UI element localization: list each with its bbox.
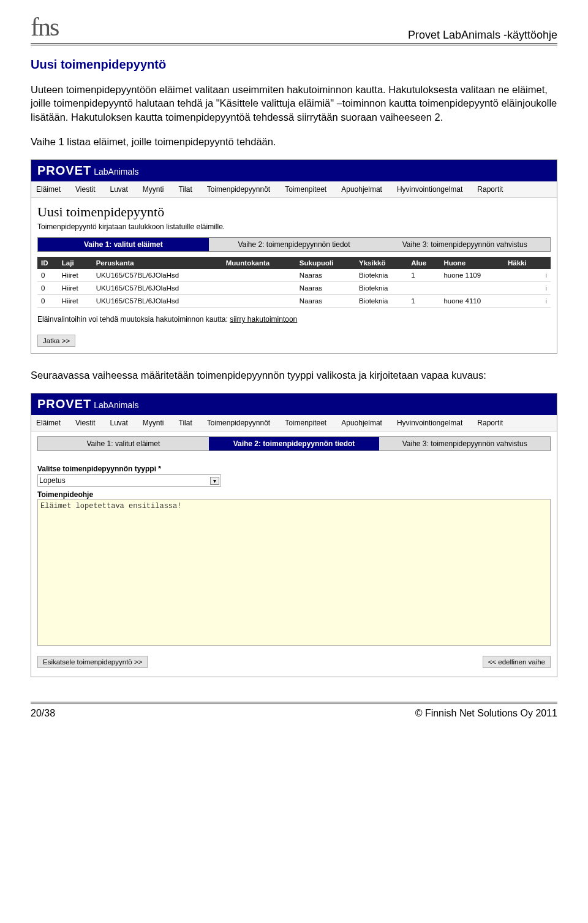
table-row: 0 Hiiret UKU165/C57BL/6JOlaHsd Naaras Bi… [37,282,551,295]
table-row: 0 Hiiret UKU165/C57BL/6JOlaHsd Naaras Bi… [37,295,551,308]
col-sukupuoli: Sukupuoli [296,257,355,269]
copyright: © Finnish Net Solutions Oy 2011 [415,708,557,719]
table-row: 0 Hiiret UKU165/C57BL/6JOlaHsd Naaras Bi… [37,269,551,282]
app-logo-bar: PROVET LabAnimals [31,393,557,415]
chevron-down-icon: ▾ [210,477,219,485]
menu-item[interactable]: Eläimet [36,419,61,427]
type-select-value: Lopetus [39,476,66,485]
menu-item[interactable]: Toimenpidepyynnöt [207,185,270,194]
paragraph-2: Vaihe 1 listaa eläimet, joille toimenpid… [31,135,557,148]
menu-item[interactable]: Myynti [143,419,164,427]
menu-item[interactable]: Toimenpiteet [285,185,326,194]
search-link-line: Eläinvalintoihin voi tehdä muutoksia hak… [31,313,557,331]
menu-item[interactable]: Luvat [110,185,127,194]
col-alue: Alue [407,257,440,269]
menu-item[interactable]: Tilat [179,419,192,427]
menu-item[interactable]: Myynti [143,185,164,194]
menu-item[interactable]: Apuohjelmat [341,185,382,194]
col-hakki: Häkki [504,257,541,269]
menu-item[interactable]: Luvat [110,419,127,427]
stage-1[interactable]: Vaihe 1: valitut eläimet [38,238,209,251]
menu-item[interactable]: Toimenpidepyynnöt [207,419,270,427]
stage-bar: Vaihe 1: valitut eläimet Vaihe 2: toimen… [37,237,551,252]
page-header: fns Provet LabAnimals -käyttöohje [31,12,557,44]
previous-stage-button[interactable]: << edellinen vaihe [483,656,551,668]
app-main-menu: Eläimet Viestit Luvat Myynti Tilat Toime… [31,181,557,198]
col-laji: Laji [58,257,92,269]
logo: fns [31,12,58,42]
app-brand: PROVET [37,397,91,411]
stage-2[interactable]: Vaihe 2: toimenpidepyynnön tiedot [209,437,380,450]
preview-button[interactable]: Esikatsele toimenpidepyyntö >> [37,656,148,668]
page-number: 20/38 [31,708,55,719]
ohje-label: Toimenpideohje [37,490,551,499]
app-sub: LabAnimals [94,400,138,410]
app-sub: LabAnimals [94,167,138,177]
col-yksikko: Yksikkö [355,257,407,269]
menu-item[interactable]: Tilat [179,185,192,194]
menu-item[interactable]: Toimenpiteet [285,419,326,427]
animals-table: ID Laji Peruskanta Muuntokanta Sukupuoli… [37,257,551,308]
screenshot-stage1: PROVET LabAnimals Eläimet Viestit Luvat … [31,159,557,354]
paragraph-3: Seuraavassa vaiheessa määritetään toimen… [31,368,557,382]
app-logo-bar: PROVET LabAnimals [31,160,557,181]
menu-item[interactable]: Raportit [477,419,503,427]
type-label: Valitse toimenpidepyynnön tyyppi * [37,465,551,473]
section-title: Uusi toimenpidepyyntö [31,58,557,72]
header-rule [31,45,557,45]
app-brand: PROVET [37,164,91,178]
stage-2[interactable]: Vaihe 2: toimenpidepyynnön tiedot [209,238,380,251]
paragraph-1: Uuteen toimenpidepyyntöön eläimet valita… [31,83,557,124]
menu-item[interactable]: Hyvinvointiongelmat [397,185,462,194]
stage-3[interactable]: Vaihe 3: toimenpidepyynnön vahvistus [379,238,550,251]
col-huone: Huone [440,257,504,269]
menu-item[interactable]: Eläimet [36,185,61,194]
col-muuntokanta: Muuntokanta [222,257,296,269]
menu-item[interactable]: Hyvinvointiongelmat [397,419,462,427]
col-peruskanta: Peruskanta [92,257,222,269]
continue-button[interactable]: Jatka >> [37,335,75,347]
table-header-row: ID Laji Peruskanta Muuntokanta Sukupuoli… [37,257,551,269]
col-id: ID [37,257,58,269]
page-footer: 20/38 © Finnish Net Solutions Oy 2011 [31,702,557,719]
row-info-icon[interactable]: i [541,282,551,295]
app-main-menu: Eläimet Viestit Luvat Myynti Tilat Toime… [31,415,557,431]
menu-item[interactable]: Raportit [477,185,503,194]
menu-item[interactable]: Viestit [75,185,95,194]
screenshot-stage2: PROVET LabAnimals Eläimet Viestit Luvat … [31,393,557,677]
goto-search-link[interactable]: siirry hakutoimintoon [230,315,297,324]
stage-1[interactable]: Vaihe 1: valitut eläimet [38,437,209,450]
stage-3[interactable]: Vaihe 3: toimenpidepyynnön vahvistus [379,437,550,450]
menu-item[interactable]: Viestit [75,419,95,427]
type-select[interactable]: Lopetus ▾ [37,474,221,487]
stage-bar: Vaihe 1: valitut eläimet Vaihe 2: toimen… [37,436,551,451]
row-info-icon[interactable]: i [541,295,551,308]
row-info-icon[interactable]: i [541,269,551,282]
ohje-textarea[interactable]: Eläimet lopetettava ensitilassa! [37,499,551,646]
screen-subtext: Toimenpidepyyntö kirjataan taulukkoon li… [31,222,557,237]
screen-heading: Uusi toimenpidepyyntö [31,198,557,222]
request-form: Valitse toimenpidepyynnön tyyppi * Lopet… [31,456,557,652]
menu-item[interactable]: Apuohjelmat [341,419,382,427]
doc-title: Provet LabAnimals -käyttöohje [408,29,557,42]
